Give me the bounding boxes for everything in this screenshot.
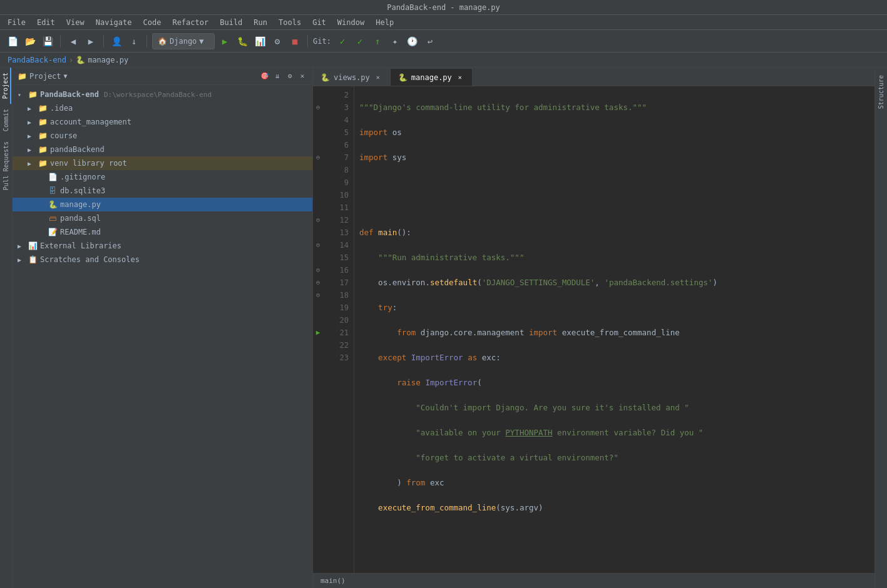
ln-12: 12 xyxy=(326,214,349,226)
sql-file-icon: 🗃 xyxy=(48,213,58,223)
code-content[interactable]: """Django's command-line utility for adm… xyxy=(354,86,874,573)
gutter-21: ▶ xyxy=(313,327,323,339)
gitignore-label: .gitignore xyxy=(60,173,105,181)
tab-manage-py[interactable]: 🐍 manage.py ✕ xyxy=(391,68,473,86)
menu-run[interactable]: Run xyxy=(249,17,272,28)
venv-label: venv library root xyxy=(50,159,127,168)
readme-label: README.md xyxy=(60,228,101,236)
scratches-label: Scratches and Consoles xyxy=(40,255,140,264)
menu-edit[interactable]: Edit xyxy=(32,17,60,28)
gutter: ⊖ ⊖ ⊖ ⊖ ⊖ ⊖ ⊖ ▶ xyxy=(313,86,323,573)
menu-git[interactable]: Git xyxy=(307,17,331,28)
tree-manage-py[interactable]: ▶ 🐍 manage.py xyxy=(13,198,312,211)
tree-gitignore[interactable]: ▶ 📄 .gitignore xyxy=(13,170,312,184)
main-layout: Project Commit Pull Requests 📁 Project ▼… xyxy=(0,68,887,588)
toolbar-open[interactable]: 📂 xyxy=(23,34,38,49)
menu-refactor[interactable]: Refactor xyxy=(167,17,213,28)
gitignore-file-icon: 📄 xyxy=(48,172,58,182)
editor-breadcrumb-text: main() xyxy=(320,577,346,585)
toolbar: 📄 📂 💾 ◀ ▶ 👤 ↓ 🏠 Django ▼ ▶ 🐛 📊 ⚙ ■ Git: … xyxy=(0,30,887,53)
toolbar-new-file[interactable]: 📄 xyxy=(5,34,20,49)
gutter-10 xyxy=(313,189,323,201)
toolbar-update[interactable]: ↓ xyxy=(126,34,141,49)
tab-bar: 🐍 views.py ✕ 🐍 manage.py ✕ xyxy=(313,68,874,86)
git-undo[interactable]: ↩ xyxy=(423,34,438,49)
tab-views-py[interactable]: 🐍 views.py ✕ xyxy=(313,68,391,86)
code-editor[interactable]: ⊖ ⊖ ⊖ ⊖ ⊖ ⊖ ⊖ ▶ xyxy=(313,86,874,573)
toolbar-vcs[interactable]: 👤 xyxy=(109,34,124,49)
run-config-dropdown[interactable]: 🏠 Django ▼ xyxy=(152,33,215,49)
views-py-close[interactable]: ✕ xyxy=(374,73,382,82)
git-star[interactable]: ✦ xyxy=(387,34,402,49)
menu-help[interactable]: Help xyxy=(371,17,399,28)
project-settings-icon[interactable]: ⚙ xyxy=(285,71,295,81)
git-check2[interactable]: ✓ xyxy=(352,34,367,49)
toolbar-forward[interactable]: ▶ xyxy=(83,34,98,49)
run-button[interactable]: ▶ xyxy=(217,34,232,49)
breadcrumb-file[interactable]: 🐍 manage.py xyxy=(76,56,128,64)
debug-button[interactable]: 🐛 xyxy=(235,34,250,49)
code-line-11: from django.core.management import execu… xyxy=(359,327,869,339)
project-dropdown-arrow[interactable]: ▼ xyxy=(64,73,68,79)
hide-panel-icon[interactable]: ✕ xyxy=(297,71,307,81)
gutter-12: ⊖ xyxy=(313,214,323,226)
ln-19: 19 xyxy=(326,302,349,314)
scratches-icon: 📋 xyxy=(28,255,38,265)
more-run-button[interactable]: ⚙ xyxy=(270,34,285,49)
readme-file-icon: 📝 xyxy=(48,227,58,237)
menu-code[interactable]: Code xyxy=(138,17,167,28)
tree-db[interactable]: ▶ 🗄 db.sqlite3 xyxy=(13,184,312,198)
vertical-tab-project[interactable]: Project xyxy=(1,68,11,104)
vertical-tab-commit[interactable]: Commit xyxy=(1,104,11,136)
breadcrumb-root[interactable]: PandaBack-end xyxy=(8,56,66,64)
menu-tools[interactable]: Tools xyxy=(274,17,306,28)
breadcrumb-bar: PandaBack-end › 🐍 manage.py xyxy=(0,53,887,68)
tree-idea[interactable]: ▶ 📁 .idea xyxy=(13,101,312,115)
tree-venv[interactable]: ▶ 📁 venv library root xyxy=(13,156,312,170)
tree-course[interactable]: ▶ 📁 course xyxy=(13,129,312,143)
gutter-8 xyxy=(313,164,323,176)
vertical-tab-structure[interactable]: Structure xyxy=(876,70,886,114)
tree-root[interactable]: ▾ 📁 PandaBack-end D:\workspace\PandaBack… xyxy=(13,88,312,101)
gutter-14: ⊖ xyxy=(313,239,323,251)
project-label: Project xyxy=(29,72,61,81)
toolbar-save[interactable]: 💾 xyxy=(40,34,55,49)
ln-11: 11 xyxy=(326,201,349,214)
git-history[interactable]: 🕐 xyxy=(405,34,420,49)
toolbar-back[interactable]: ◀ xyxy=(66,34,81,49)
git-check[interactable]: ✓ xyxy=(335,34,350,49)
code-line-19 xyxy=(359,527,869,539)
run-config-label: Django xyxy=(170,37,197,46)
panda-sql-label: panda.sql xyxy=(60,214,101,223)
menu-navigate[interactable]: Navigate xyxy=(91,17,137,28)
menu-file[interactable]: File xyxy=(3,17,31,28)
code-line-8: """Run administrative tasks.""" xyxy=(359,251,869,264)
tree-panda-sql[interactable]: ▶ 🗃 panda.sql xyxy=(13,211,312,225)
tree-account[interactable]: ▶ 📁 account_management xyxy=(13,115,312,129)
code-line-20 xyxy=(359,552,869,564)
ext-lib-icon: 📊 xyxy=(28,241,38,251)
editor-area: 🐍 views.py ✕ 🐍 manage.py ✕ ⊖ ⊖ xyxy=(313,68,874,588)
manage-py-icon: 🐍 xyxy=(48,200,58,210)
code-line-12: except ImportError as exc: xyxy=(359,352,869,364)
tree-readme[interactable]: ▶ 📝 README.md xyxy=(13,225,312,239)
tree-panda-backend[interactable]: ▶ 📁 pandaBackend xyxy=(13,143,312,156)
course-arrow-icon: ▶ xyxy=(28,133,35,139)
code-line-10: try: xyxy=(359,302,869,314)
stop-button[interactable]: ■ xyxy=(287,34,302,49)
coverage-button[interactable]: 📊 xyxy=(252,34,267,49)
menu-window[interactable]: Window xyxy=(332,17,369,28)
vertical-tab-pull[interactable]: Pull Requests xyxy=(1,136,11,195)
course-label: course xyxy=(50,131,77,140)
tree-scratches[interactable]: ▶ 📋 Scratches and Consoles xyxy=(13,253,312,266)
ln-21: 21 xyxy=(326,327,349,339)
manage-tab-close[interactable]: ✕ xyxy=(456,73,464,82)
ln-20: 20 xyxy=(326,314,349,327)
ln-9: 9 xyxy=(326,176,349,189)
tree-ext-lib[interactable]: ▶ 📊 External Libraries xyxy=(13,239,312,253)
collapse-all-icon[interactable]: ⇊ xyxy=(272,71,282,81)
git-push[interactable]: ↑ xyxy=(370,34,385,49)
locate-file-icon[interactable]: 🎯 xyxy=(260,71,270,81)
menu-build[interactable]: Build xyxy=(215,17,247,28)
menu-view[interactable]: View xyxy=(61,17,90,28)
